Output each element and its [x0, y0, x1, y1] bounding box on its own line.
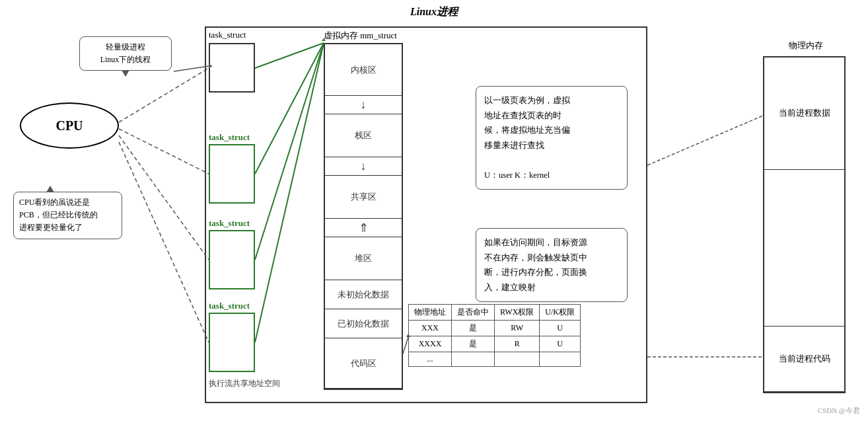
- ts-label-top: task_struct: [209, 30, 246, 40]
- info-box-bottom: 如果在访问期间，目标资源不在内存，则会触发缺页中断，进行内存分配，页面换入，建立…: [476, 228, 628, 302]
- vm-code: 代码区: [325, 338, 402, 389]
- table-row: XXX 是 RW U: [409, 321, 581, 336]
- table-row: XXXX 是 R U: [409, 336, 581, 352]
- phys-empty: [764, 170, 844, 326]
- col-rwx: RWX权限: [495, 305, 540, 321]
- bottom-label: 执行流共享地址空间: [209, 378, 280, 389]
- ts-box-4: [209, 313, 255, 372]
- table-row: ...: [409, 352, 581, 367]
- vm-arrow-down1: ↓: [325, 96, 402, 114]
- vm-data: 已初始化数据: [325, 309, 402, 338]
- svg-line-2: [119, 135, 209, 260]
- vm-column: 内核区 ↓ 栈区 ↓ 共享区 ⇑ 堆区 未初始化数据 已初始化数据 代码区: [324, 43, 403, 390]
- vm-heap: 堆区: [325, 237, 402, 280]
- svg-line-3: [119, 142, 209, 342]
- svg-line-0: [119, 68, 209, 122]
- ts-box-3: [209, 230, 255, 289]
- ts-label-2: task_struct: [209, 132, 250, 143]
- bubble-top-line1: 轻量级进程: [106, 42, 145, 52]
- col-uk: U/K权限: [540, 305, 581, 321]
- vm-header: 虚拟内存 mm_struct: [324, 30, 397, 42]
- cpu-ellipse: CPU: [20, 102, 119, 149]
- vm-arrow-down2: ↓: [325, 157, 402, 176]
- ts-box-top: [209, 43, 255, 93]
- ts-label-3: task_struct: [209, 218, 250, 229]
- info-box-top: 以一级页表为例，虚拟地址在查找页表的时候，将虚拟地址充当偏移量来进行查找U：us…: [476, 86, 628, 190]
- vm-kernel: 内核区: [325, 44, 402, 96]
- col-phys-addr: 物理地址: [409, 305, 452, 321]
- vm-stack: 栈区: [325, 114, 402, 157]
- page-title: Linux进程: [198, 5, 670, 19]
- bubble-bottom: CPU看到的虽说还是 PCB，但已经比传统的 进程要更轻量化了: [13, 192, 122, 239]
- cpu-label: CPU: [55, 118, 83, 134]
- main-container: Linux进程 CPU 轻量级进程 Linux下的线程 CPU看到的虽说还是 P…: [0, 0, 868, 421]
- ts-label-4: task_struct: [209, 301, 250, 311]
- ts-box-2: [209, 144, 255, 204]
- bubble-top-line2: Linux下的线程: [100, 55, 151, 64]
- bubble-bottom-line2: PCB，但已经比传统的: [19, 210, 98, 219]
- col-hit: 是否命中: [452, 305, 495, 321]
- vm-bss: 未初始化数据: [325, 280, 402, 309]
- bubble-bottom-line1: CPU看到的虽说还是: [19, 198, 90, 207]
- bubble-bottom-line3: 进程要更轻量化了: [19, 223, 83, 232]
- watermark: CSDN @今君: [818, 406, 860, 416]
- svg-line-13: [647, 116, 763, 165]
- phys-header: 物理内存: [766, 40, 846, 52]
- vm-arrow-up1: ⇑: [325, 219, 402, 237]
- svg-line-1: [119, 129, 209, 174]
- svg-line-4: [174, 66, 209, 71]
- bubble-top: 轻量级进程 Linux下的线程: [79, 36, 172, 71]
- vm-shared: 共享区: [325, 176, 402, 219]
- phys-column: 当前进程数据 当前进程代码: [763, 56, 846, 393]
- page-table: 物理地址 是否命中 RWX权限 U/K权限 XXX 是 RW U XXXX 是 …: [408, 304, 581, 367]
- phys-code: 当前进程代码: [764, 326, 844, 392]
- phys-data: 当前进程数据: [764, 57, 844, 170]
